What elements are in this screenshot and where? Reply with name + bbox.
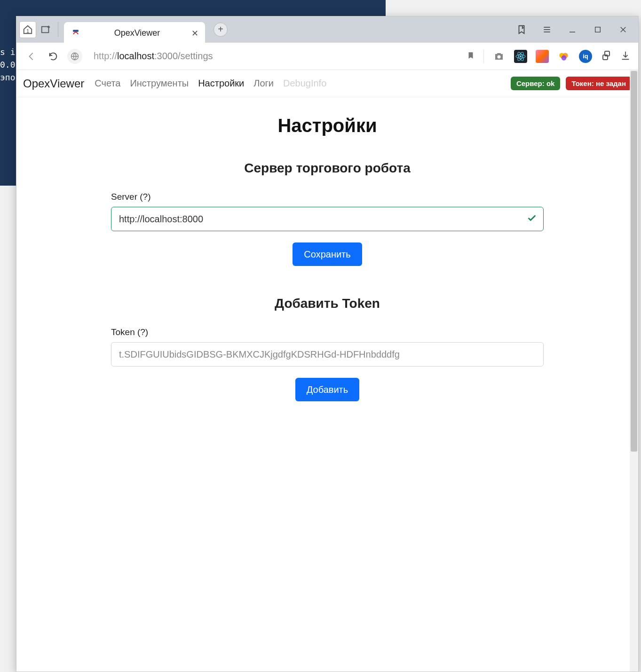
browser-tab-active[interactable]: OpexViewer ✕: [64, 22, 205, 45]
bookmark-icon[interactable]: [467, 50, 475, 63]
home-badge: 1: [26, 28, 29, 34]
menu-icon[interactable]: [541, 24, 553, 35]
svg-point-17: [562, 55, 567, 60]
check-icon: [527, 213, 537, 225]
svg-rect-0: [42, 26, 49, 32]
save-button[interactable]: Сохранить: [293, 242, 362, 266]
maximize-icon[interactable]: [592, 24, 603, 35]
page-content: OpexViewer Счета Инструменты Настройки Л…: [16, 70, 638, 672]
minimize-icon[interactable]: [567, 24, 578, 35]
url-path: :3000/settings: [154, 51, 213, 61]
new-tab-button[interactable]: +: [214, 23, 228, 37]
react-devtools-icon[interactable]: [514, 50, 527, 63]
server-label: Server (?): [111, 192, 544, 202]
svg-point-10: [498, 55, 501, 58]
extension-icon[interactable]: iq: [579, 50, 592, 63]
app-navbar: OpexViewer Счета Инструменты Настройки Л…: [16, 70, 638, 97]
svg-point-11: [520, 55, 522, 57]
url-input[interactable]: http://localhost:3000/settings: [89, 51, 460, 62]
token-section-title: Добавить Token: [111, 296, 544, 311]
nav-link-debuginfo[interactable]: DebugInfo: [283, 78, 326, 89]
download-icon[interactable]: [620, 50, 631, 63]
tab-close-icon[interactable]: ✕: [185, 28, 198, 39]
tab-title: OpexViewer: [89, 28, 185, 38]
nav-link-accounts[interactable]: Счета: [95, 78, 120, 89]
nav-link-logs[interactable]: Логи: [253, 78, 274, 89]
browser-window: 1 OpexViewer ✕ +: [16, 16, 639, 672]
divider: [58, 22, 58, 37]
add-button[interactable]: Добавить: [295, 378, 359, 401]
nav-reload-icon[interactable]: [46, 49, 61, 64]
scrollbar-thumb[interactable]: [631, 71, 637, 452]
browser-address-bar: http://localhost:3000/settings iq: [16, 43, 638, 70]
camera-icon[interactable]: [492, 50, 506, 63]
nav-link-instruments[interactable]: Инструменты: [130, 78, 189, 89]
scrollbar[interactable]: [630, 70, 638, 672]
extension-icon[interactable]: [536, 50, 549, 63]
token-status-badge: Токен: не задан: [566, 77, 632, 90]
site-info-icon[interactable]: [67, 49, 82, 64]
url-scheme: http://: [94, 51, 117, 61]
settings-page: Настройки Сервер торгового робота Server…: [69, 97, 586, 401]
window-controls: [516, 24, 638, 35]
svg-rect-6: [595, 27, 601, 32]
token-input[interactable]: [111, 342, 544, 367]
nav-links: Счета Инструменты Настройки Логи DebugIn…: [95, 78, 326, 89]
browser-titlebar: 1 OpexViewer ✕ +: [16, 16, 638, 43]
svg-rect-1: [73, 30, 79, 31]
nav-back-icon[interactable]: [24, 49, 39, 64]
server-status-badge: Сервер: ok: [511, 77, 561, 90]
server-section-title: Сервер торгового робота: [111, 161, 544, 176]
page-title: Настройки: [111, 115, 544, 136]
home-window-icon[interactable]: 1: [19, 21, 36, 38]
favicon-icon: [71, 28, 81, 39]
nav-link-settings[interactable]: Настройки: [198, 78, 244, 89]
app-brand[interactable]: OpexViewer: [23, 77, 84, 90]
new-window-icon[interactable]: [37, 21, 54, 38]
token-label: Token (?): [111, 327, 544, 337]
url-host: localhost: [117, 51, 154, 61]
close-icon[interactable]: [617, 24, 629, 35]
extension-icon[interactable]: [557, 50, 570, 63]
bookmark-outline-icon[interactable]: [516, 24, 527, 35]
server-url-input[interactable]: [111, 207, 544, 231]
extensions-icon[interactable]: [601, 50, 612, 63]
divider: [483, 50, 484, 63]
